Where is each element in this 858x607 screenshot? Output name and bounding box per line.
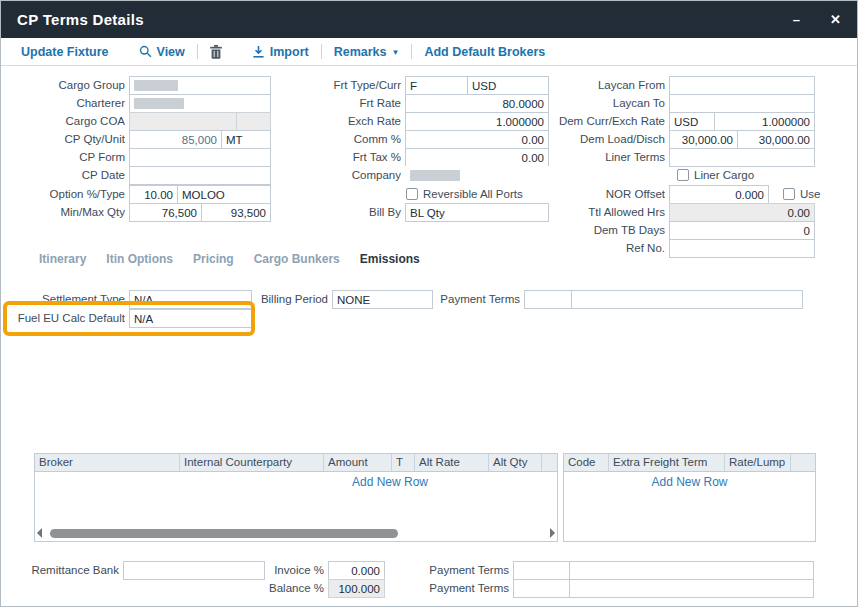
payment-terms-1-input-1[interactable] [569,561,814,580]
tab-itin-options[interactable]: Itin Options [106,252,173,266]
payment-terms-top-input-1[interactable] [571,290,803,309]
brokers-column-header: Alt Qty [489,454,542,471]
dem-tb-days-label: Dem TB Days [545,221,665,240]
brokers-column-header: T [392,454,415,471]
laycan-to-label: Laycan To [545,94,665,113]
reversible-all-ports-checkbox[interactable] [406,188,418,200]
scroll-left-arrow-icon[interactable] [37,528,42,538]
tab-itinerary[interactable]: Itinerary [39,252,86,266]
option-pct-type-input-1[interactable]: MOLOO [177,185,271,204]
minimize-button[interactable]: – [793,13,800,26]
scroll-right-arrow-icon[interactable] [550,528,555,538]
extra-freight-column-header: Extra Freight Term [609,454,725,471]
frt-tax-pct-label: Frt Tax % [281,148,401,167]
brokers-horizontal-scrollbar [37,527,555,539]
payment-terms-top-label: Payment Terms [400,290,520,309]
dem-curr-exch-rate-input-0[interactable]: USD [669,112,715,131]
liner-terms-label: Liner Terms [545,148,665,167]
balance-pct-label: Balance % [204,579,324,598]
ttl-allowed-hrs-input-0: 0.00 [669,203,815,222]
fuel-eu-calc-default-input-0[interactable]: N/A [129,309,252,328]
payment-terms-1-input-0[interactable] [513,561,570,580]
charterer-input-0[interactable] [129,94,271,113]
use-nor-offset-checkbox-label: Use [800,188,820,200]
invoice-pct-input-0[interactable]: 0.000 [328,561,385,580]
min-max-qty-input-0[interactable]: 76,500 [129,203,202,222]
cp-terms-details-window: CP Terms Details – ✕ Update Fixture View [0,0,858,607]
nor-offset-input-0[interactable]: 0.000 [669,185,769,204]
balance-pct-input-0: 100.000 [328,579,385,598]
payment-terms-1-label: Payment Terms [389,561,509,580]
chevron-down-icon: ▼ [392,49,400,57]
frt-rate-label: Frt Rate [281,94,401,113]
brokers-add-new-row-link[interactable]: Add New Row [320,475,460,489]
option-pct-type-input-0[interactable]: 10.00 [129,185,178,204]
titlebar: CP Terms Details – ✕ [1,1,857,38]
tab-cargo-bunkers[interactable]: Cargo Bunkers [254,252,340,266]
import-button[interactable]: Import [252,45,309,59]
dem-tb-days-input-0[interactable]: 0 [669,221,815,240]
frt-type-curr-input-0[interactable]: F [405,76,468,95]
delete-button[interactable] [210,45,222,59]
remarks-label: Remarks [334,45,387,59]
toolbar-separator [411,44,412,59]
frt-rate-input-0[interactable]: 80.0000 [405,94,549,113]
min-max-qty-label: Min/Max Qty [5,203,125,222]
use-nor-offset-checkbox[interactable] [783,188,795,200]
option-pct-type-label: Option %/Type [5,185,125,204]
window-controls: – ✕ [793,13,841,26]
dem-load-disch-label: Dem Load/Disch [545,130,665,149]
ref-no-label: Ref No. [545,239,665,258]
add-default-brokers-button[interactable]: Add Default Brokers [424,45,545,59]
comm-pct-input-0[interactable]: 0.00 [405,130,549,149]
fuel-eu-calc-default-label: Fuel EU Calc Default [5,309,125,328]
toolbar-separator [197,44,198,59]
tab-pricing[interactable]: Pricing [193,252,234,266]
extra-freight-add-new-row-link[interactable]: Add New Row [564,475,815,489]
cargo-coa-label: Cargo COA [5,112,125,131]
cargo-group-input-0[interactable] [129,76,271,95]
dem-load-disch-input-1[interactable]: 30,000.00 [737,130,815,149]
dem-curr-exch-rate-input-1[interactable]: 1.000000 [714,112,815,131]
exch-rate-input-0[interactable]: 1.000000 [405,112,549,131]
view-button[interactable]: View [139,45,185,59]
liner-cargo-checkbox[interactable] [677,169,689,181]
brokers-header-filler [542,454,557,471]
company-label: Company [281,166,401,185]
trash-icon [210,45,222,59]
use-nor-offset-checkbox-row: Use [783,187,820,201]
window-title: CP Terms Details [17,11,144,28]
update-fixture-button[interactable]: Update Fixture [21,45,109,59]
cargo-group-label: Cargo Group [5,76,125,95]
company-input-0 [405,166,549,185]
ref-no-input-0[interactable] [669,239,815,258]
cp-qty-unit-input-0[interactable]: 85,000 [129,130,222,149]
search-icon [139,45,152,58]
close-button[interactable]: ✕ [830,13,841,26]
cp-date-input-0[interactable] [129,166,271,185]
brokers-column-header: Broker [35,454,180,471]
comm-pct-label: Comm % [281,130,401,149]
liner-cargo-checkbox-row: Liner Cargo [677,168,754,182]
liner-terms-input-0[interactable] [669,148,815,167]
laycan-to-input-0[interactable] [669,94,815,113]
remarks-button[interactable]: Remarks ▼ [334,45,400,59]
scrollbar-thumb[interactable] [50,529,398,538]
dem-load-disch-input-0[interactable]: 30,000.00 [669,130,738,149]
cp-qty-unit-input-1[interactable]: MT [221,130,271,149]
brokers-column-header: Alt Rate [415,454,489,471]
extra-freight-column-header: Code [564,454,609,471]
import-label: Import [270,45,309,59]
laycan-from-input-0[interactable] [669,76,815,95]
min-max-qty-input-1[interactable]: 93,500 [201,203,271,222]
payment-terms-2-input-0[interactable] [513,579,570,598]
frt-tax-pct-input-0[interactable]: 0.00 [405,148,549,167]
payment-terms-top-input-0[interactable] [524,290,572,309]
frt-type-curr-input-1[interactable]: USD [467,76,549,95]
cargo-coa-input-0 [129,112,237,131]
bill-by-input-0[interactable]: BL Qty [405,203,549,222]
tab-emissions[interactable]: Emissions [360,252,420,266]
invoice-pct-label: Invoice % [204,561,324,580]
payment-terms-2-input-1[interactable] [569,579,814,598]
cp-form-input-0[interactable] [129,148,271,167]
